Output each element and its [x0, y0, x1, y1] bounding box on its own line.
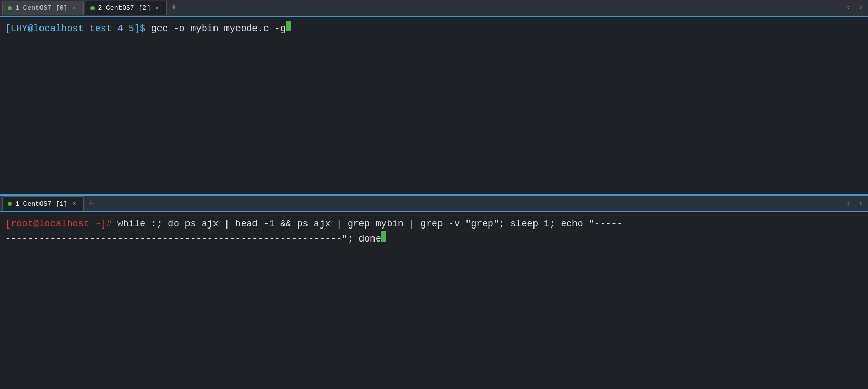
bottom-terminal-content[interactable]: [root@localhost ~]# while :; do ps ajx |…	[0, 212, 868, 390]
bottom-arrow-right[interactable]: ›	[856, 198, 866, 209]
tab-label-3: 1 CentOS7 [1]	[15, 200, 68, 208]
tab-label-2: 2 CentOS7 [2]	[98, 4, 150, 12]
tab-centos7-2[interactable]: 2 CentOS7 [2] ×	[85, 1, 166, 15]
tab-close-3[interactable]: ×	[71, 200, 78, 207]
bottom-arrow-left[interactable]: ‹	[843, 198, 853, 209]
top-tab-bar: 1 CentOS7 [0] × 2 CentOS7 [2] × + ‹ ›	[0, 0, 868, 17]
bottom-prompt-command1: while :; do ps ajx | head -1 && ps ajx |…	[112, 217, 622, 232]
bottom-add-tab-button[interactable]: +	[85, 197, 97, 210]
bottom-prompt-command2: ----------------------------------------…	[5, 232, 381, 247]
top-prompt-user: [LHY@localhost test_4_5]$	[5, 22, 145, 36]
bottom-tab-bar: 1 CentOS7 [1] × + ‹ ›	[0, 196, 868, 212]
tab-centos7-1[interactable]: 1 CentOS7 [1] ×	[2, 196, 84, 211]
top-arrow-left[interactable]: ‹	[843, 3, 853, 13]
top-tab-bar-right: ‹ ›	[843, 3, 866, 13]
tab-dot-1	[8, 6, 12, 10]
tab-label-1: 1 CentOS7 [0]	[15, 4, 68, 12]
bottom-prompt-line1: [root@localhost ~]# while :; do ps ajx |…	[5, 217, 863, 232]
tab-dot-2	[90, 6, 95, 10]
bottom-cursor	[381, 231, 386, 242]
top-prompt-command: gcc -o mybin mycode.c -g	[145, 22, 286, 36]
tab-dot-3	[8, 202, 12, 206]
top-terminal-content[interactable]: [LHY@localhost test_4_5]$ gcc -o mybin m…	[0, 17, 868, 194]
bottom-prompt-line2: ----------------------------------------…	[5, 231, 863, 247]
tab-close-2[interactable]: ×	[154, 5, 161, 12]
bottom-prompt-root: [root@localhost ~]#	[5, 217, 112, 232]
top-prompt-line: [LHY@localhost test_4_5]$ gcc -o mybin m…	[5, 21, 863, 36]
bottom-tab-bar-right: ‹ ›	[843, 198, 866, 209]
bottom-pane: 1 CentOS7 [1] × + ‹ › [root@localhost ~]…	[0, 196, 868, 390]
tab-close-1[interactable]: ×	[71, 5, 78, 12]
top-arrow-right[interactable]: ›	[856, 3, 866, 13]
tab-centos7-0[interactable]: 1 CentOS7 [0] ×	[2, 1, 84, 15]
top-add-tab-button[interactable]: +	[168, 2, 180, 14]
top-cursor	[286, 21, 291, 31]
top-pane: 1 CentOS7 [0] × 2 CentOS7 [2] × + ‹ › [L…	[0, 0, 868, 194]
